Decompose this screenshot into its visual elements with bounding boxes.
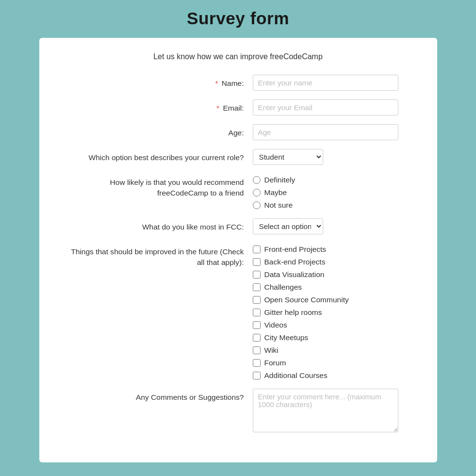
email-label: * Email: (68, 99, 253, 114)
like-select-wrap: Select an option Challenges Projects Com… (253, 218, 408, 234)
age-input-wrap (253, 124, 408, 140)
improve-datavis-checkbox[interactable] (253, 271, 261, 279)
improve-citymeetups[interactable]: City Meetups (253, 333, 408, 342)
improve-wiki[interactable]: Wiki (253, 346, 408, 355)
like-select[interactable]: Select an option Challenges Projects Com… (253, 218, 323, 234)
recommend-label: How likely is that you would recommend f… (68, 174, 253, 198)
improve-challenges-checkbox[interactable] (253, 283, 261, 291)
improve-opensource[interactable]: Open Source Community (253, 295, 408, 304)
role-row: Which option best describes your current… (68, 149, 408, 165)
name-label: * Name: (68, 75, 253, 89)
improve-frontend[interactable]: Front-end Projects (253, 245, 408, 254)
improve-checkbox-group: Front-end Projects Back-end Projects Dat… (253, 243, 408, 380)
recommend-definitely-radio[interactable] (253, 176, 261, 184)
email-row: * Email: (68, 99, 408, 115)
improve-videos[interactable]: Videos (253, 321, 408, 329)
improve-checkbox-wrap: Front-end Projects Back-end Projects Dat… (253, 243, 408, 380)
recommend-radio-wrap: Definitely Maybe Not sure (253, 174, 408, 210)
comments-textarea-wrap (253, 389, 408, 434)
improve-wiki-checkbox[interactable] (253, 346, 261, 354)
recommend-maybe-radio[interactable] (253, 189, 261, 197)
comments-row: Any Comments or Suggestions? (68, 389, 408, 434)
comments-label: Any Comments or Suggestions? (68, 389, 253, 403)
email-input-wrap (253, 99, 408, 115)
improve-forum[interactable]: Forum (253, 359, 408, 367)
role-label: Which option best describes your current… (68, 149, 253, 163)
improve-additionalcourses-checkbox[interactable] (253, 372, 261, 379)
recommend-radio-group: Definitely Maybe Not sure (253, 174, 408, 210)
comments-textarea[interactable] (253, 389, 398, 432)
name-required-marker: * (215, 79, 218, 87)
improve-opensource-checkbox[interactable] (253, 296, 261, 304)
improve-backend[interactable]: Back-end Projects (253, 258, 408, 266)
improve-additionalcourses[interactable]: Additional Courses (253, 371, 408, 380)
age-row: Age: (68, 124, 408, 140)
name-input[interactable] (253, 75, 398, 91)
improve-frontend-checkbox[interactable] (253, 246, 261, 253)
recommend-row: How likely is that you would recommend f… (68, 174, 408, 210)
like-label: What do you like most in FCC: (68, 218, 253, 232)
improve-citymeetups-checkbox[interactable] (253, 334, 261, 342)
form-subtitle: Let us know how we can improve freeCodeC… (68, 52, 408, 61)
role-select[interactable]: Student Full Stack Developer Front-end D… (253, 149, 323, 165)
improve-gitter-checkbox[interactable] (253, 309, 261, 316)
improve-datavis[interactable]: Data Visualization (253, 270, 408, 279)
recommend-maybe[interactable]: Maybe (253, 188, 408, 197)
email-required-marker: * (216, 104, 219, 112)
page-title: Survey form (0, 0, 476, 38)
improve-backend-checkbox[interactable] (253, 258, 261, 266)
improve-label: Things that should be improved in the fu… (68, 243, 253, 267)
email-input[interactable] (253, 99, 398, 115)
name-row: * Name: (68, 75, 408, 91)
age-input[interactable] (253, 124, 398, 140)
improve-gitter[interactable]: Gitter help rooms (253, 308, 408, 317)
recommend-not-sure[interactable]: Not sure (253, 201, 408, 210)
improve-videos-checkbox[interactable] (253, 321, 261, 329)
form-card: Let us know how we can improve freeCodeC… (39, 38, 437, 462)
age-label: Age: (68, 124, 253, 138)
role-select-wrap: Student Full Stack Developer Front-end D… (253, 149, 408, 165)
improve-row: Things that should be improved in the fu… (68, 243, 408, 380)
name-input-wrap (253, 75, 408, 91)
improve-forum-checkbox[interactable] (253, 359, 261, 367)
improve-challenges[interactable]: Challenges (253, 283, 408, 292)
like-row: What do you like most in FCC: Select an … (68, 218, 408, 234)
recommend-definitely[interactable]: Definitely (253, 176, 408, 184)
recommend-not-sure-radio[interactable] (253, 201, 261, 209)
